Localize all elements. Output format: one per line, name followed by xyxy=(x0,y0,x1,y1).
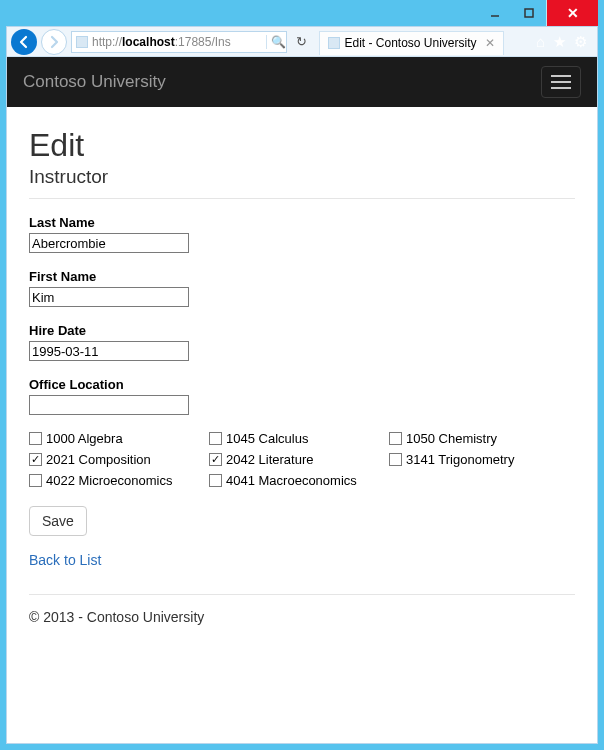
footer: © 2013 - Contoso University xyxy=(29,594,575,625)
page-title: Edit xyxy=(29,127,575,164)
course-item[interactable]: 4022 Microeconomics xyxy=(29,473,209,488)
maximize-button[interactable] xyxy=(512,0,546,26)
course-label: 1045 Calculus xyxy=(226,431,308,446)
favorites-icon[interactable]: ★ xyxy=(553,33,566,51)
course-label: 4041 Macroeconomics xyxy=(226,473,357,488)
browser-chrome: http://localhost:17885/Ins 🔍 ↻ Edit - Co… xyxy=(6,26,598,744)
hamburger-line-icon xyxy=(551,87,571,89)
course-label: 4022 Microeconomics xyxy=(46,473,172,488)
course-checkbox[interactable] xyxy=(209,453,222,466)
course-checkbox[interactable] xyxy=(29,474,42,487)
close-button[interactable]: ✕ xyxy=(546,0,598,26)
search-icon[interactable]: 🔍 xyxy=(266,35,282,49)
course-item[interactable]: 4041 Macroeconomics xyxy=(209,473,389,488)
last-name-field[interactable] xyxy=(29,233,189,253)
save-button[interactable]: Save xyxy=(29,506,87,536)
course-label: 1050 Chemistry xyxy=(406,431,497,446)
address-bar[interactable]: http://localhost:17885/Ins 🔍 xyxy=(71,31,287,53)
menu-button[interactable] xyxy=(541,66,581,98)
os-window: ✕ http://localhost:17885/Ins 🔍 ↻ Edit - xyxy=(0,0,604,750)
titlebar: ✕ xyxy=(6,0,598,26)
first-name-field[interactable] xyxy=(29,287,189,307)
hamburger-line-icon xyxy=(551,81,571,83)
back-to-list-link[interactable]: Back to List xyxy=(29,552,101,568)
svg-rect-1 xyxy=(525,9,533,17)
home-icon[interactable]: ⌂ xyxy=(536,33,545,51)
url-text: http://localhost:17885/Ins xyxy=(92,35,262,49)
course-label: 1000 Algebra xyxy=(46,431,123,446)
office-field[interactable] xyxy=(29,395,189,415)
course-item[interactable]: 2042 Literature xyxy=(209,452,389,467)
first-name-label: First Name xyxy=(29,269,575,284)
hamburger-line-icon xyxy=(551,75,571,77)
course-item[interactable]: 1045 Calculus xyxy=(209,431,389,446)
page-subtitle: Instructor xyxy=(29,166,575,188)
tab-title: Edit - Contoso University xyxy=(344,36,476,50)
divider xyxy=(29,198,575,199)
course-label: 2021 Composition xyxy=(46,452,151,467)
close-tab-icon[interactable]: ✕ xyxy=(485,36,495,50)
course-item[interactable]: 2021 Composition xyxy=(29,452,209,467)
brand[interactable]: Contoso University xyxy=(23,72,166,92)
course-checkbox[interactable] xyxy=(389,453,402,466)
tab-strip: Edit - Contoso University ✕ xyxy=(319,29,525,55)
last-name-label: Last Name xyxy=(29,215,575,230)
tab-favicon-icon xyxy=(328,37,340,49)
hire-date-field[interactable] xyxy=(29,341,189,361)
course-checkbox[interactable] xyxy=(389,432,402,445)
course-checkbox[interactable] xyxy=(29,432,42,445)
app-navbar: Contoso University xyxy=(7,57,597,107)
minimize-button[interactable] xyxy=(478,0,512,26)
course-checkbox[interactable] xyxy=(209,474,222,487)
forward-button[interactable] xyxy=(41,29,67,55)
course-checkbox[interactable] xyxy=(29,453,42,466)
course-grid: 1000 Algebra1045 Calculus1050 Chemistry2… xyxy=(29,431,575,494)
course-item[interactable]: 3141 Trigonometry xyxy=(389,452,569,467)
back-button[interactable] xyxy=(11,29,37,55)
course-label: 2042 Literature xyxy=(226,452,313,467)
page-favicon-icon xyxy=(76,36,88,48)
settings-icon[interactable]: ⚙ xyxy=(574,33,587,51)
hire-date-label: Hire Date xyxy=(29,323,575,338)
course-item[interactable]: 1050 Chemistry xyxy=(389,431,569,446)
course-label: 3141 Trigonometry xyxy=(406,452,514,467)
page-viewport: Contoso University Edit Instructor Last … xyxy=(7,57,597,743)
office-label: Office Location xyxy=(29,377,575,392)
browser-tab[interactable]: Edit - Contoso University ✕ xyxy=(319,31,503,55)
content: Edit Instructor Last Name First Name Hir… xyxy=(7,107,597,645)
course-item[interactable]: 1000 Algebra xyxy=(29,431,209,446)
refresh-button[interactable]: ↻ xyxy=(291,34,311,49)
browser-toolbar-icons: ⌂ ★ ⚙ xyxy=(530,33,593,51)
course-checkbox[interactable] xyxy=(209,432,222,445)
